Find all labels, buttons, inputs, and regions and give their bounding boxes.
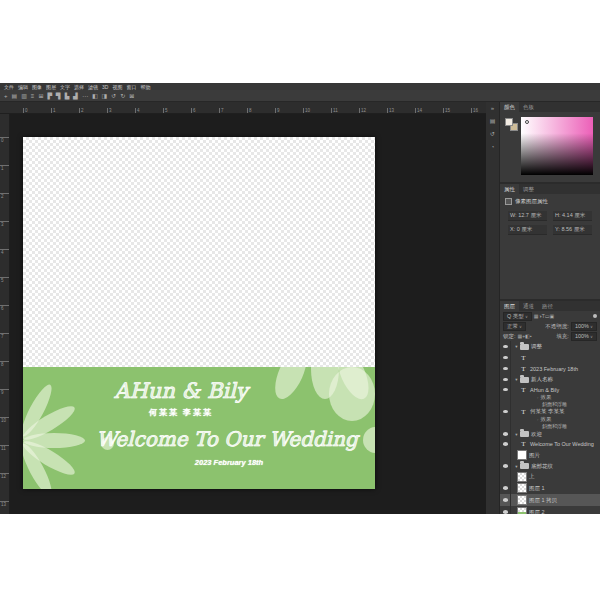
menu-item[interactable]: 窗口 [126,84,136,90]
properties-panel: 属性 调整 像素图层属性 W: 12.7 厘米H: 4.14 厘米X: 0 厘米… [500,184,600,299]
options-icon[interactable]: ⊠ [129,93,134,99]
right-panel-column: »▤↺◔ 颜色 色板 属性 调整 [486,102,600,514]
transform-field[interactable]: W: 12.7 厘米 [508,211,547,221]
options-icon[interactable]: ◧ [92,93,98,99]
layer-label: 图层 2 [529,509,545,515]
eye-icon [503,356,508,360]
options-icon[interactable]: ▤ [12,93,18,99]
visibility-toggle[interactable] [500,449,511,461]
menu-item[interactable]: 图层 [46,84,56,90]
dock-icon[interactable]: ▤ [490,118,496,124]
tab-paths[interactable]: 路径 [538,301,557,311]
menu-item[interactable]: 文字 [60,84,70,90]
options-icon[interactable]: ▛ [47,93,52,99]
menu-item[interactable]: 视图 [112,84,122,90]
visibility-toggle[interactable] [500,506,511,514]
layer-row-pixel[interactable]: 图片 [500,449,600,461]
panel-dock-strip: »▤↺◔ [486,102,500,514]
layer-row-group[interactable]: ▾ 新人名称 [500,374,600,385]
expand-caret-icon[interactable]: ▾ [513,377,520,382]
options-icon[interactable]: ↺ [111,93,116,99]
layer-row-pixel-selected[interactable]: 图层 1 拷贝 [500,494,600,506]
visibility-toggle[interactable] [500,385,511,394]
layer-row-text[interactable]: T Welcome To Our Wedding [500,439,600,449]
layer-row-text[interactable]: T AHun & Bily [500,385,600,394]
menu-item[interactable]: 图像 [32,84,42,90]
expand-caret-icon[interactable]: ▾ [513,432,520,437]
options-icon[interactable]: ⊞ [38,93,43,99]
filter-type-dropdown[interactable]: Q 类型 [503,312,532,321]
tab-properties[interactable]: 属性 [500,184,519,194]
layer-row-text[interactable]: T 何某某 李某某 [500,407,600,416]
options-icon[interactable]: ◨ [102,93,108,99]
visibility-toggle[interactable] [500,407,511,416]
color-picker-gradient[interactable] [521,117,593,175]
visibility-toggle[interactable] [500,374,511,385]
options-icon[interactable]: ▙ [65,93,70,99]
foreground-color-swatch[interactable] [505,118,513,126]
tab-layers[interactable]: 图层 [500,301,519,311]
text-layer-icon: T [519,354,528,362]
options-icon[interactable]: ▟ [73,93,78,99]
options-icon[interactable]: ↻ [120,93,125,99]
filter-toggle[interactable] [593,314,597,318]
visibility-toggle[interactable] [500,494,511,506]
effect-label: 斜面和浮雕 [542,401,567,407]
filter-icon[interactable]: ▣ [549,313,554,319]
visibility-toggle[interactable] [500,471,511,482]
menu-item[interactable]: 滤镜 [88,84,98,90]
tab-color[interactable]: 颜色 [500,102,519,112]
visibility-toggle[interactable] [500,352,511,363]
lock-icon[interactable]: ▪ [530,333,532,339]
layer-row-pixel[interactable]: 图层 1 [500,482,600,494]
opacity-value[interactable]: 100% [571,322,597,331]
menu-item[interactable]: 3D [102,84,108,90]
menu-item[interactable]: 选择 [74,84,84,90]
dock-icon[interactable]: ↺ [490,131,495,137]
ruler-tick-label: 1 [0,165,9,193]
canvas-area: 012345678910111213141516 012345678910111… [0,102,486,514]
blend-mode-dropdown[interactable]: 正常 [503,322,526,331]
text-layer-icon: T [519,365,528,373]
dock-icon[interactable]: » [491,105,494,111]
layer-row-text[interactable]: T [500,352,600,363]
expand-caret-icon[interactable]: ▾ [513,344,520,349]
dock-icon[interactable]: ◔ [491,144,495,150]
options-icon[interactable]: + [4,93,8,99]
layer-row-pixel[interactable]: 上 [500,471,600,482]
names-text: AHun & Bily [23,379,357,403]
ruler-tick-label: 4 [0,249,9,277]
visibility-toggle[interactable] [500,439,511,449]
layer-label: 图层 1 [529,485,545,492]
options-icon[interactable]: ⋯ [82,93,88,99]
menu-item[interactable]: 帮助 [140,84,150,90]
options-icon[interactable]: ≡ [31,93,35,99]
color-picker-cursor[interactable] [525,120,529,124]
fill-value[interactable]: 100% [571,332,597,341]
tab-swatches[interactable]: 色板 [519,102,538,112]
layer-row-pixel[interactable]: 图层 2 [500,506,600,514]
layer-row-group[interactable]: ▾ 调整 [500,341,600,352]
ruler-tick-label: 8 [247,108,275,113]
document-canvas[interactable]: AHun & Bily 何某某 李某某 Welcome To Our Weddi… [23,137,375,489]
options-icon[interactable]: ▜ [56,93,61,99]
menu-item[interactable]: 编辑 [18,84,28,90]
layer-row-group[interactable]: ▾ 欢迎 [500,429,600,439]
transform-field[interactable]: H: 4.14 厘米 [553,211,592,221]
expand-caret-icon[interactable]: ▾ [513,464,520,469]
tab-adjustments[interactable]: 调整 [519,184,538,194]
ruler-tick-label: 3 [107,108,135,113]
visibility-toggle[interactable] [500,363,511,374]
layer-row-text[interactable]: T 2023 February 18th [500,363,600,374]
layer-row-group[interactable]: ▾ 底部花纹 [500,461,600,471]
menu-item[interactable]: 文件 [4,84,14,90]
visibility-toggle[interactable] [500,429,511,439]
tab-channels[interactable]: 通道 [519,301,538,311]
transform-field[interactable]: X: 0 厘米 [508,225,547,235]
options-icon[interactable]: ▥ [21,93,27,99]
visibility-toggle[interactable] [500,341,511,352]
visibility-toggle[interactable] [500,482,511,494]
ruler-tick-label: 12 [0,473,9,501]
transform-field[interactable]: Y: 8.56 厘米 [553,225,592,235]
visibility-toggle[interactable] [500,461,511,471]
